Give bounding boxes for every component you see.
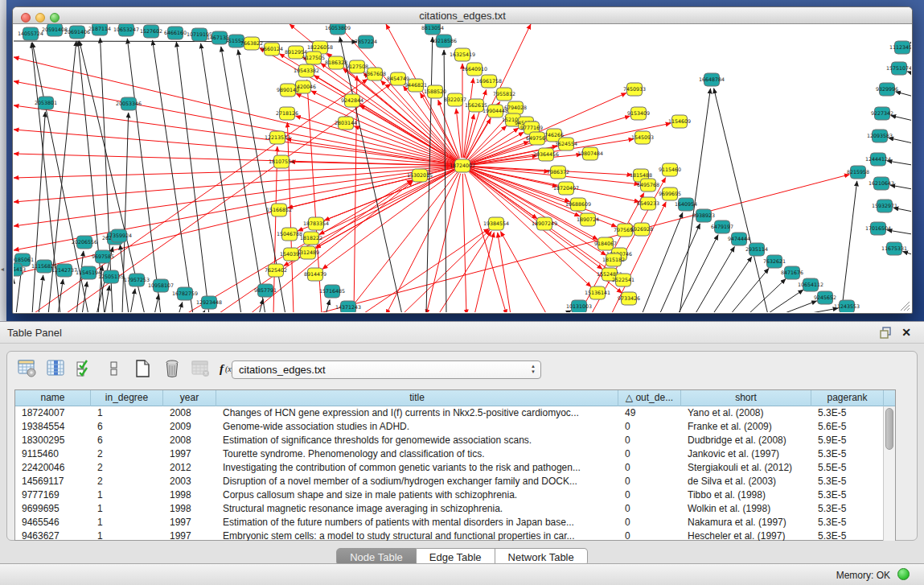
network-node[interactable]: 18783354	[303, 217, 329, 230]
cell-title[interactable]: Disruption of a novel member of a sodium…	[216, 475, 618, 488]
network-node[interactable]: 2187114	[88, 24, 111, 35]
cell-short[interactable]: Yano et al. (2008)	[681, 406, 811, 420]
network-node[interactable]: 1890724	[577, 213, 599, 226]
column-header-short[interactable]: short	[681, 390, 811, 406]
cell-name[interactable]: 18300295	[15, 434, 91, 447]
network-node[interactable]: 12093583	[867, 130, 893, 142]
network-node[interactable]: 11123455	[889, 41, 911, 54]
network-node[interactable]: 1154609	[668, 115, 691, 128]
network-node[interactable]: 9697585	[92, 250, 114, 263]
network-node[interactable]: 10958107	[148, 279, 174, 292]
network-node[interactable]: 16640910	[462, 63, 487, 76]
network-node[interactable]: 9115460	[659, 163, 681, 176]
cell-short[interactable]: Dudbridge et al. (2008)	[681, 434, 811, 447]
row-height-button[interactable]	[103, 359, 125, 381]
table-settings-button[interactable]	[16, 359, 38, 381]
network-node[interactable]: 16961758	[476, 75, 502, 88]
cell-year[interactable]: 1997	[163, 447, 216, 461]
network-node[interactable]: 10131003	[566, 300, 592, 312]
table-row[interactable]: 1456911722003Disruption of a novel membe…	[15, 475, 884, 488]
column-header-name[interactable]: name	[15, 390, 91, 406]
cell-pagerank[interactable]: 5.3E-5	[811, 406, 884, 420]
table-row[interactable]: 946362711997Embryonic stem cells: a mode…	[15, 529, 884, 541]
network-node[interactable]: 8215958	[847, 166, 869, 179]
network-node[interactable]: 9227342	[871, 107, 893, 120]
cell-short[interactable]: Stergiakouli et al. (2012)	[681, 461, 811, 475]
table-selector-dropdown[interactable]: citations_edges.txt ▲▼	[232, 360, 541, 379]
cell-pagerank[interactable]: 5.5E-5	[811, 461, 884, 475]
network-node[interactable]: 11243553	[834, 300, 860, 312]
table-row[interactable]: 1830029562008Estimation of significance …	[15, 434, 884, 447]
network-node[interactable]: 6479197	[711, 220, 733, 233]
network-node[interactable]: 8322037	[444, 93, 466, 106]
table-scrollbar[interactable]	[883, 406, 895, 541]
cell-out_de[interactable]: 0	[618, 529, 681, 541]
cell-year[interactable]: 2009	[163, 420, 216, 434]
cell-in_degree[interactable]: 1	[91, 406, 163, 420]
table-row[interactable]: 1938455462009Genome-wide association stu…	[15, 420, 884, 434]
cell-pagerank[interactable]: 5.3E-5	[811, 516, 884, 529]
network-node[interactable]: 18720407	[553, 182, 579, 195]
cell-name[interactable]: 9777169	[15, 488, 91, 502]
network-node[interactable]: 6926928	[630, 223, 653, 236]
network-node[interactable]: 2718126	[276, 107, 298, 120]
memory-ok-indicator-icon[interactable]	[897, 568, 910, 580]
cell-name[interactable]: 9465546	[15, 516, 91, 529]
network-node[interactable]: 7450933	[623, 83, 646, 96]
cell-pagerank[interactable]: 5.6E-5	[811, 420, 884, 434]
network-node[interactable]: 2053801	[35, 97, 57, 109]
left-panel-edge[interactable]: ◂	[0, 0, 6, 321]
column-header-pagerank[interactable]: pagerank	[811, 390, 884, 406]
network-node[interactable]: 7955812	[493, 88, 515, 101]
panel-collapse-icon[interactable]: ◂	[1, 266, 4, 273]
cell-in_degree[interactable]: 1	[91, 488, 163, 502]
cell-title[interactable]: Embryonic stem cells: a model to study s…	[216, 529, 618, 541]
cell-title[interactable]: Investigating the contribution of common…	[216, 461, 618, 475]
cell-name[interactable]: 9463627	[15, 529, 91, 541]
select-columns-button[interactable]	[45, 359, 67, 381]
cell-name[interactable]: 22420046	[15, 461, 91, 475]
table-row[interactable]: 977716911998Corpus callosum shape and si…	[15, 488, 884, 502]
network-node[interactable]: 12923448	[196, 296, 222, 309]
cell-out_de[interactable]: 0	[618, 447, 681, 461]
table-row[interactable]: 2242004622012Investigating the contribut…	[15, 461, 884, 475]
network-node[interactable]: 15166852	[266, 204, 292, 216]
cell-title[interactable]: Changes of HCN gene expression and I(f) …	[216, 406, 618, 420]
column-header-in_degree[interactable]: in_degree	[91, 390, 163, 406]
network-canvas[interactable]: 1872400714055724205914082069140621871141…	[14, 24, 911, 312]
network-node[interactable]: 6466160	[164, 27, 187, 39]
cell-short[interactable]: Tibbo et al. (1998)	[681, 488, 811, 502]
network-node[interactable]: 19218586	[431, 35, 457, 47]
network-node[interactable]: 8914479	[304, 268, 326, 281]
resize-grip-icon[interactable]	[897, 299, 910, 311]
network-node[interactable]: 1545093	[631, 131, 654, 144]
cell-name[interactable]: 14569117	[15, 475, 91, 488]
column-header-title[interactable]: title	[216, 390, 618, 406]
cell-title[interactable]: Corpus callosum shape and size in male p…	[216, 488, 618, 502]
network-node[interactable]: 1818222	[300, 232, 322, 245]
network-node[interactable]: 16053809	[325, 24, 351, 35]
cell-in_degree[interactable]: 2	[91, 475, 163, 488]
network-node[interactable]: 11675331	[881, 242, 907, 255]
network-node[interactable]: 2367608	[363, 68, 386, 80]
cell-out_de[interactable]: 0	[618, 475, 681, 488]
cell-short[interactable]: Nakamura et al. (1997)	[681, 516, 811, 529]
network-node[interactable]: 15716485	[319, 285, 345, 298]
cell-pagerank[interactable]: 5.3E-5	[811, 488, 884, 502]
cell-out_de[interactable]: 0	[618, 488, 681, 502]
cell-in_degree[interactable]: 2	[91, 447, 163, 461]
cell-name[interactable]: 18724007	[15, 406, 91, 420]
network-node[interactable]: 16325419	[450, 48, 475, 61]
cell-short[interactable]: de Silva et al. (2003)	[681, 475, 811, 488]
cell-year[interactable]: 1998	[163, 488, 216, 502]
network-node[interactable]: 16210643	[869, 177, 894, 190]
cell-year[interactable]: 2008	[163, 406, 216, 420]
network-node[interactable]: 14055724	[18, 27, 43, 40]
cell-title[interactable]: Estimation of significance thresholds fo…	[216, 434, 618, 447]
network-node[interactable]: 16648784	[699, 73, 725, 86]
cell-out_de[interactable]: 49	[618, 406, 681, 420]
table-row[interactable]: 969969511998Structural magnetic resonanc…	[15, 502, 884, 516]
table-row[interactable]: 1872400712008Changes of HCN gene express…	[15, 406, 884, 420]
close-panel-icon[interactable]: ✕	[901, 326, 911, 339]
cell-pagerank[interactable]: 5.3E-5	[811, 447, 884, 461]
